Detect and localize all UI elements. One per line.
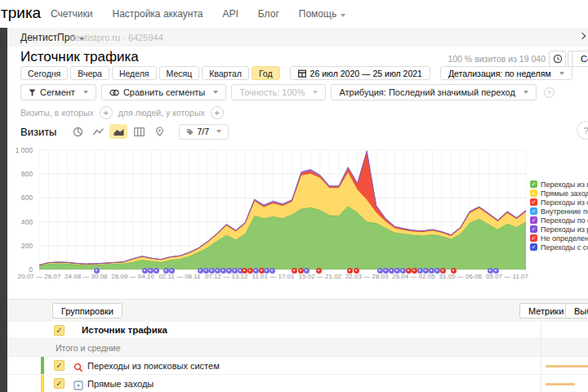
annotation-marker[interactable] <box>316 268 322 274</box>
row-label[interactable]: Прямые заходы <box>87 379 154 389</box>
annotation-marker[interactable] <box>440 268 446 274</box>
annotation-marker[interactable] <box>142 268 148 274</box>
map-view-toggle[interactable] <box>150 124 168 139</box>
legend-item[interactable]: ✓Переходы из социальных сетей <box>530 198 588 207</box>
annotation-marker[interactable] <box>400 268 406 274</box>
y-axis-label: 600 <box>21 194 33 202</box>
segment-button[interactable]: Сегмент <box>20 84 96 100</box>
left-sidebar-strip[interactable] <box>0 28 7 392</box>
save-button[interactable]: Сохранить <box>572 51 588 67</box>
annotation-marker[interactable] <box>203 268 209 274</box>
history-button[interactable] <box>549 51 566 67</box>
legend-checkbox[interactable]: ✓ <box>530 216 537 224</box>
accuracy-button[interactable]: Точность: 100% <box>231 84 326 100</box>
legend-checkbox[interactable]: ✓ <box>530 207 537 215</box>
annotation-marker[interactable] <box>169 268 175 274</box>
annotation-marker[interactable] <box>247 268 253 274</box>
annotation-marker[interactable] <box>264 268 270 274</box>
topnav-item-5[interactable]: Помощь <box>299 8 345 20</box>
annotation-marker[interactable] <box>377 268 383 274</box>
annotation-marker[interactable] <box>354 268 359 274</box>
groupings-button[interactable]: Группировки <box>52 303 122 318</box>
annotation-marker[interactable] <box>215 268 220 274</box>
annotation-marker[interactable] <box>423 268 429 274</box>
legend-item[interactable]: ✓Не определено <box>530 234 588 243</box>
annotation-marker[interactable] <box>304 268 310 274</box>
info-icon[interactable]: ? <box>544 87 555 98</box>
segment-label: Сегмент <box>40 87 75 97</box>
add-people-filter-button[interactable]: + <box>211 106 224 119</box>
preset-button[interactable]: Неделя <box>112 66 157 80</box>
annotation-marker[interactable] <box>383 268 389 274</box>
y-axis-label: 400 <box>21 218 33 226</box>
topnav-item-4[interactable]: Блог <box>258 8 279 20</box>
legend-item[interactable]: ✓Переходы по ссылкам на сайтах <box>530 216 588 225</box>
legend-checkbox[interactable]: ✓ <box>530 234 537 242</box>
annotation-marker[interactable] <box>406 268 412 274</box>
annotation-marker[interactable] <box>412 268 417 274</box>
annotation-marker[interactable] <box>253 268 259 274</box>
pie-chart-toggle[interactable] <box>69 124 87 139</box>
preset-button[interactable]: Квартал <box>202 66 249 80</box>
annotation-marker[interactable] <box>242 268 247 274</box>
annotation-marker[interactable] <box>270 268 275 274</box>
attribution-button[interactable]: Атрибуция: Последний значимый переход <box>331 84 536 100</box>
add-visits-filter-button[interactable]: + <box>100 106 113 119</box>
table-view-toggle[interactable] <box>130 124 148 139</box>
legend-item[interactable]: ✓Переходы из поисковых систем <box>530 180 588 189</box>
choose-goal-button[interactable]: Выбрать цель <box>565 303 588 318</box>
annotation-marker[interactable] <box>232 268 238 274</box>
annotation-marker[interactable] <box>163 268 169 274</box>
row-checkbox[interactable]: ✓ <box>54 360 65 371</box>
annotation-marker[interactable] <box>417 268 423 274</box>
legend-item[interactable]: ✓Прямые заходы <box>530 189 588 198</box>
legend-checkbox[interactable]: ✓ <box>530 243 537 251</box>
legend-checkbox[interactable]: ✓ <box>530 189 537 197</box>
chart-help-button[interactable]: ? <box>577 121 588 140</box>
annotation-marker[interactable] <box>488 268 493 274</box>
annotation-marker[interactable] <box>298 268 304 274</box>
preset-button[interactable]: Вчера <box>70 66 109 80</box>
legend-checkbox[interactable]: ✓ <box>530 198 537 206</box>
preset-button[interactable]: Месяц <box>159 66 200 80</box>
traffic-chart-svg[interactable] <box>39 147 528 271</box>
annotation-marker[interactable] <box>148 268 154 274</box>
chevron-right-icon[interactable] <box>579 33 586 39</box>
annotation-marker[interactable] <box>94 268 100 274</box>
legend-item[interactable]: ✓Переходы из рекомендательных систем <box>530 225 588 234</box>
annotation-marker[interactable] <box>220 268 226 274</box>
topnav-item-1[interactable]: Счетчики <box>51 8 92 20</box>
annotation-marker[interactable] <box>226 268 232 274</box>
legend-item[interactable]: ✓Переходы с сохранённых страниц <box>530 243 588 252</box>
row-label[interactable]: Переходы из поисковых систем <box>87 361 220 371</box>
annotation-marker[interactable] <box>154 268 159 274</box>
annotation-marker[interactable] <box>429 268 434 274</box>
annotation-marker[interactable] <box>198 268 203 274</box>
annotation-marker[interactable] <box>493 268 499 274</box>
row-checkbox[interactable]: ✓ <box>54 378 65 389</box>
line-chart-toggle[interactable] <box>89 124 107 139</box>
preset-button[interactable]: Год <box>252 66 280 80</box>
traffic-chart[interactable]: 20.07 — 26.0724.08 — 30.0828.09 — 04.100… <box>39 147 528 284</box>
annotation-marker[interactable] <box>292 268 297 274</box>
detalization-button[interactable]: Детализация: по неделям <box>440 66 572 80</box>
annotation-marker[interactable] <box>347 268 353 274</box>
legend-label: Переходы с сохранённых страниц <box>541 243 588 252</box>
annotation-marker[interactable] <box>451 268 457 274</box>
date-range-button[interactable]: 26 июл 2020 — 25 июл 2021 <box>290 66 430 80</box>
area-chart-toggle[interactable] <box>109 124 127 139</box>
compare-segments-button[interactable]: Сравнить сегменты <box>101 84 226 100</box>
topnav-item-2[interactable]: Настройка аккаунта <box>112 8 203 20</box>
legend-checkbox[interactable]: ✓ <box>530 180 537 188</box>
annotation-marker[interactable] <box>209 268 215 274</box>
dimension-checkbox[interactable]: ✓ <box>54 325 65 336</box>
topnav-item-3[interactable]: API <box>223 8 238 20</box>
legend-item[interactable]: ✓Внутренние переходы <box>530 207 588 216</box>
preset-button[interactable]: Сегодня <box>20 66 68 80</box>
metrika-logo[interactable]: трика <box>1 4 41 22</box>
legend-checkbox[interactable]: ✓ <box>530 225 537 233</box>
annotation-marker[interactable] <box>434 268 440 274</box>
days-ratio-button[interactable]: 7/7 <box>179 124 229 140</box>
annotation-marker[interactable] <box>394 268 400 274</box>
annotation-marker[interactable] <box>389 268 394 274</box>
